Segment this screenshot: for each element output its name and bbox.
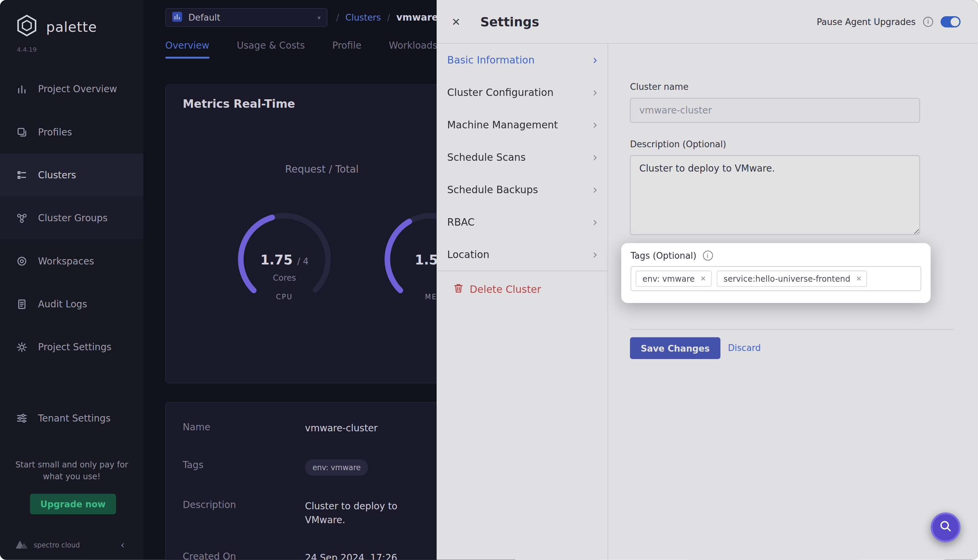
project-scope-icon [172, 12, 182, 23]
detail-value: Cluster to deploy to VMware. [305, 499, 421, 527]
sliders-icon [16, 412, 29, 423]
toggle-knob [951, 17, 960, 26]
info-icon[interactable]: i [923, 17, 933, 27]
sidebar-item-clusters[interactable]: Clusters [0, 153, 144, 196]
cluster-name-label: Cluster name [630, 82, 688, 92]
nav-item-label: RBAC [447, 216, 474, 228]
trash-icon [454, 283, 464, 296]
tags-label-row: Tags (Optional) i [631, 251, 921, 261]
palette-logo-icon [15, 14, 38, 40]
settings-nav-cluster-configuration[interactable]: Cluster Configuration › [437, 76, 607, 108]
cpu-gauge-label: CPU [232, 293, 337, 301]
sidebar-item-audit-logs[interactable]: Audit Logs [0, 282, 144, 325]
help-search-fab[interactable] [931, 512, 961, 542]
gear-icon [16, 342, 29, 353]
cpu-gauge: 1.75 / 4 Cores CPU [232, 207, 337, 312]
chevron-right-icon: › [592, 118, 597, 131]
sidebar-item-cluster-groups[interactable]: Cluster Groups [0, 196, 144, 239]
cluster-name-input[interactable] [630, 98, 920, 123]
tags-label: Tags (Optional) [631, 251, 696, 261]
clusters-icon [16, 169, 29, 180]
breadcrumb-clusters-link[interactable]: Clusters [345, 12, 381, 23]
sidebar-item-label: Project Overview [38, 83, 117, 94]
settings-nav-basic-information[interactable]: Basic Information › [437, 43, 607, 76]
info-icon[interactable]: i [703, 251, 713, 261]
settings-title: Settings [480, 14, 539, 29]
tag-chip-text: service:hello-universe-frontend [724, 274, 850, 283]
settings-nav-schedule-backups[interactable]: Schedule Backups › [437, 173, 607, 206]
chart-icon [16, 83, 29, 94]
tag-chip-readonly: env: vmware [305, 459, 368, 475]
sidebar-item-project-overview[interactable]: Project Overview [0, 67, 144, 110]
description-label: Description (Optional) [630, 139, 726, 149]
document-icon [16, 298, 29, 309]
detail-value: vmware-cluster [305, 422, 421, 436]
metrics-subtitle: Request / Total [166, 163, 478, 175]
delete-cluster-label: Delete Cluster [470, 283, 541, 295]
detail-label: Tags [183, 459, 305, 475]
brand-name: palette [46, 19, 97, 35]
delete-cluster-button[interactable]: Delete Cluster [437, 271, 607, 307]
metrics-title: Metrics Real-Time [183, 97, 295, 110]
sidebar-item-label: Profiles [38, 126, 72, 137]
tab-profile[interactable]: Profile [332, 40, 361, 58]
close-icon[interactable]: ✕ [452, 15, 470, 28]
sidebar-item-label: Workspaces [38, 255, 94, 267]
settings-nav-machine-management[interactable]: Machine Management › [437, 108, 607, 141]
nav-item-label: Machine Management [447, 119, 558, 131]
caret-down-icon: ▾ [317, 14, 320, 21]
detail-value: env: vmware [305, 459, 421, 475]
description-textarea[interactable]: Cluster to deploy to VMware. [630, 155, 920, 235]
chevron-right-icon: › [592, 183, 597, 196]
pause-agent-upgrades-toggle[interactable] [941, 16, 960, 27]
sidebar-collapse-icon[interactable]: ‹ [121, 539, 125, 551]
sidebar-item-label: Clusters [38, 169, 77, 180]
detail-label: Created On [183, 551, 305, 560]
app-window: palette 4.4.19 Project Overview Profiles [0, 0, 978, 560]
sidebar-footer: spectro cloud [15, 539, 80, 551]
tab-overview[interactable]: Overview [165, 40, 209, 58]
tags-input[interactable]: env: vmware ✕ service:hello-universe-fro… [631, 266, 921, 291]
tags-spotlight: Tags (Optional) i env: vmware ✕ service:… [621, 243, 930, 303]
sidebar-item-workspaces[interactable]: Workspaces [0, 240, 144, 282]
sidebar-item-label: Cluster Groups [38, 212, 108, 223]
sidebar-item-profiles[interactable]: Profiles [0, 110, 144, 153]
detail-value: 24 Sep 2024, 17:26 [305, 551, 421, 560]
brand-row: palette [0, 0, 144, 40]
cpu-gauge-unit: Cores [232, 273, 337, 282]
app-version: 4.4.19 [0, 40, 144, 53]
tag-chip: env: vmware ✕ [636, 270, 712, 287]
tab-usage-costs[interactable]: Usage & Costs [237, 40, 305, 58]
project-selector-value: Default [188, 12, 220, 23]
nodes-icon [16, 212, 29, 223]
magnifier-icon [939, 519, 953, 535]
form-divider [630, 329, 955, 330]
tag-remove-icon[interactable]: ✕ [856, 275, 862, 283]
tag-chip-text: env: vmware [643, 274, 695, 283]
project-selector[interactable]: Default ▾ [165, 8, 327, 27]
sidebar-menu: Project Overview Profiles Clusters Clust… [0, 67, 144, 439]
save-changes-button[interactable]: Save Changes [630, 337, 721, 359]
upgrade-promo-text: Start small and only pay for what you us… [10, 459, 134, 483]
settings-nav-location[interactable]: Location › [437, 238, 607, 270]
sidebar-item-project-settings[interactable]: Project Settings [0, 325, 144, 368]
discard-link[interactable]: Discard [728, 343, 761, 353]
cpu-gauge-total: / 4 [297, 257, 309, 267]
breadcrumb-separator: / [336, 12, 339, 23]
detail-label: Description [183, 499, 305, 527]
chevron-right-icon: › [592, 54, 597, 66]
nav-item-label: Basic Information [447, 54, 535, 66]
settings-drawer: ✕ Settings Pause Agent Upgrades i Basic … [437, 0, 978, 560]
cpu-gauge-value: 1.75 [260, 253, 293, 268]
settings-nav-rbac[interactable]: RBAC › [437, 206, 607, 238]
nav-item-label: Location [447, 248, 489, 260]
tag-chip: service:hello-universe-frontend ✕ [717, 270, 868, 287]
sidebar-item-tenant-settings[interactable]: Tenant Settings [0, 397, 144, 439]
breadcrumb-separator: / [387, 12, 391, 23]
pause-agent-upgrades-control: Pause Agent Upgrades i [817, 16, 961, 27]
tag-remove-icon[interactable]: ✕ [700, 275, 706, 283]
tab-workloads[interactable]: Workloads [389, 40, 437, 58]
basic-information-form: Cluster name Description (Optional) Clus… [630, 43, 960, 417]
settings-nav-schedule-scans[interactable]: Schedule Scans › [437, 141, 607, 173]
upgrade-now-button[interactable]: Upgrade now [30, 494, 116, 514]
